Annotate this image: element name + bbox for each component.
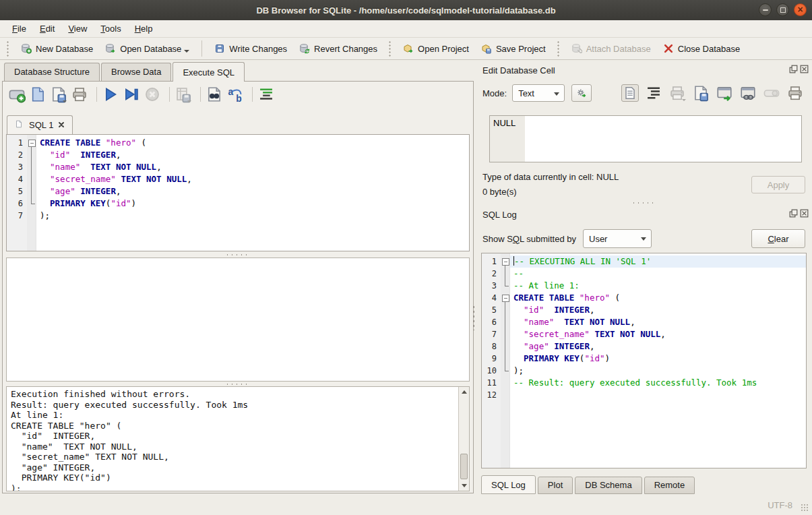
dropdown-caret-icon: [187, 100, 191, 102]
print-icon[interactable]: [71, 86, 88, 102]
scroll-up-icon[interactable]: [459, 387, 469, 397]
line-number: 2: [482, 268, 501, 280]
fold-line: [501, 268, 510, 280]
scrollbar-thumb[interactable]: [460, 454, 468, 479]
close-database-button[interactable]: Close Database: [657, 40, 747, 57]
close-button[interactable]: [794, 3, 807, 16]
bottom-tab-remote[interactable]: Remote: [644, 477, 695, 494]
line-number: 7: [482, 328, 501, 340]
code-text: "age" INTEGER,: [36, 185, 469, 198]
fold-marker-icon[interactable]: [27, 137, 36, 149]
print-cell-icon[interactable]: [786, 84, 804, 102]
menu-help[interactable]: Help: [128, 22, 160, 36]
code-line-9: 9 PRIMARY KEY("id"): [482, 353, 806, 365]
bottom-tab-plot[interactable]: Plot: [538, 477, 573, 494]
set-null-icon: [763, 84, 780, 102]
tab-database-structure[interactable]: Database Structure: [4, 63, 100, 81]
float-panel-icon[interactable]: [789, 65, 798, 73]
clear-button[interactable]: Clear: [751, 229, 805, 248]
resize-grip[interactable]: [801, 504, 809, 512]
cell-editor[interactable]: NULL: [489, 115, 802, 162]
toolbar-drag-handle[interactable]: [6, 40, 10, 57]
open-external-icon[interactable]: [716, 84, 733, 102]
toolbar-drag-handle[interactable]: [557, 40, 561, 57]
save-project-button[interactable]: Save Project: [475, 40, 552, 57]
write-changes-button[interactable]: Write Changes: [208, 40, 293, 57]
line-number: 2: [7, 149, 27, 161]
export-data-icon[interactable]: [692, 84, 710, 102]
line-number: 11: [482, 377, 501, 389]
tab-execute-sql[interactable]: Execute SQL: [173, 62, 245, 82]
editor-results-splitter[interactable]: [3, 252, 473, 257]
code-text: "age" INTEGER,: [510, 340, 806, 353]
menu-tools[interactable]: Tools: [94, 22, 127, 36]
code-text: );: [36, 210, 469, 222]
panel-splitter[interactable]: [476, 200, 812, 205]
close-tab-icon[interactable]: [57, 121, 65, 129]
auto-apply-button[interactable]: [571, 84, 592, 102]
code-text: -- At line 1:: [510, 280, 806, 292]
sql-toolbar: ab: [8, 86, 278, 103]
menu-file[interactable]: File: [5, 22, 33, 36]
bottom-tab-bar: SQL LogPlotDB SchemaRemote: [481, 475, 697, 494]
encoding-label: UTF-8: [768, 500, 792, 510]
word-wrap-icon[interactable]: [645, 84, 662, 102]
code-text: -- EXECUTING ALL IN 'SQL 1': [510, 255, 806, 268]
code-line-8: 8 "age" INTEGER,: [482, 340, 806, 353]
submitter-select[interactable]: User: [583, 229, 652, 248]
copy-link-icon[interactable]: [739, 84, 757, 102]
fold-marker-icon[interactable]: [501, 292, 510, 304]
code-text: -- Result: query executed successfully. …: [510, 377, 806, 389]
results-table-pane[interactable]: [6, 258, 470, 382]
sql-editor[interactable]: 1CREATE TABLE "hero" (2 "id" INTEGER,3 "…: [6, 134, 470, 251]
menu-view[interactable]: View: [61, 22, 94, 36]
format-sql-icon[interactable]: [257, 86, 275, 102]
open-database-button[interactable]: Open Database: [99, 40, 195, 57]
sql-log-view[interactable]: 1-- EXECUTING ALL IN 'SQL 1'2--3-- At li…: [481, 253, 807, 468]
tab-browse-data[interactable]: Browse Data: [101, 63, 171, 81]
menu-edit[interactable]: Edit: [33, 22, 61, 36]
toolbar-button-label: Open Project: [418, 44, 469, 54]
execute-current-line-icon[interactable]: [123, 86, 140, 102]
execute-all-icon[interactable]: [102, 86, 119, 102]
sql-document-tab[interactable]: SQL 1: [7, 115, 73, 134]
minimize-button[interactable]: [759, 3, 772, 16]
save-sql-file-icon[interactable]: [50, 86, 67, 102]
scroll-down-icon[interactable]: [459, 481, 469, 491]
results-log-splitter[interactable]: [3, 382, 473, 386]
close-panel-icon[interactable]: [800, 209, 809, 218]
open-sql-file-icon[interactable]: [29, 86, 46, 102]
code-line-2: 2--: [482, 268, 806, 280]
text-mode-icon[interactable]: [621, 84, 639, 102]
fold-marker-icon[interactable]: [501, 255, 510, 268]
find-in-sql-icon[interactable]: [206, 86, 223, 102]
close-panel-icon[interactable]: [800, 65, 809, 73]
bottom-tab-db-schema[interactable]: DB Schema: [575, 477, 642, 494]
dropdown-caret-icon[interactable]: [184, 50, 189, 53]
toolbar-drag-handle[interactable]: [388, 40, 392, 57]
scrollbar[interactable]: [458, 387, 469, 491]
code-line-2: 2 "id" INTEGER,: [7, 149, 469, 161]
window-title: DB Browser for SQLite - /home/user/code/…: [256, 5, 555, 16]
new-sql-tab-icon[interactable]: [8, 86, 26, 102]
minimize-icon: [763, 9, 768, 11]
bottom-tab-sql-log[interactable]: SQL Log: [481, 475, 536, 494]
toolbar-button-label: Write Changes: [229, 44, 287, 54]
pane-splitter[interactable]: [472, 305, 476, 330]
find-replace-icon[interactable]: ab: [226, 86, 244, 102]
maximize-button[interactable]: [776, 3, 789, 16]
code-text: );: [510, 365, 806, 377]
execution-log[interactable]: Execution finished without errors. Resul…: [6, 386, 470, 491]
code-line-3: 3 "name" TEXT NOT NULL,: [7, 161, 469, 173]
float-panel-icon[interactable]: [789, 209, 798, 218]
open-project-button[interactable]: Open Project: [397, 40, 475, 57]
revert-changes-button[interactable]: Revert Changes: [293, 40, 383, 57]
line-number: 9: [482, 353, 501, 365]
main-tab-bar: Database StructureBrowse DataExecute SQL: [4, 62, 246, 81]
fold-line: [27, 198, 36, 210]
code-line-12: 12: [482, 389, 806, 401]
titlebar[interactable]: DB Browser for SQLite - /home/user/code/…: [0, 0, 812, 20]
submitter-value: User: [589, 234, 607, 244]
mode-select[interactable]: Text: [512, 84, 565, 102]
new-database-button[interactable]: New Database: [15, 40, 99, 57]
